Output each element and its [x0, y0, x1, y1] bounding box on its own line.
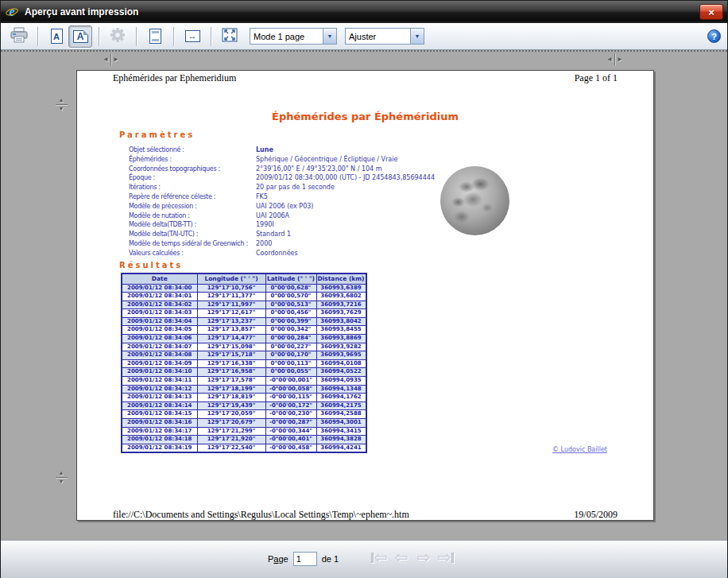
parameter-value: UAI 2006A: [256, 212, 289, 219]
window-title: Aperçu avant impression: [25, 6, 699, 17]
table-cell: 0°00'00,628": [265, 284, 316, 293]
print-button[interactable]: [7, 25, 31, 48]
chevron-down-icon[interactable]: ▼: [323, 29, 336, 44]
help-button[interactable]: ?: [707, 29, 721, 43]
parameter-row: Époque :2009/01/12 08:34:00,000 (UTC) - …: [129, 174, 447, 184]
table-cell: 360993,8455: [316, 326, 366, 335]
table-row: 2009/01/12 08:34:02129°17'11,997"0°00'00…: [122, 301, 366, 309]
table-cell: 2009/01/12 08:34:16: [122, 419, 197, 428]
view-full-page-button[interactable]: [218, 25, 242, 48]
right-margin-handle[interactable]: ◄ ►: [606, 54, 623, 65]
table-cell: 2009/01/12 08:34:04: [122, 317, 197, 326]
table-cell: -0°00'00,172": [265, 401, 316, 410]
title-bar: e Aperçu avant impression ×: [1, 1, 727, 23]
view-full-width-button[interactable]: ↔: [180, 25, 204, 48]
arrow-down-icon: ▼: [53, 107, 69, 111]
table-cell: -0°00'00,058": [265, 385, 316, 394]
page-mode-select[interactable]: Mode 1 page ▼: [250, 28, 337, 45]
table-cell: 129°17'12,617": [197, 309, 265, 318]
table-cell: 129°17'20,679": [197, 419, 265, 428]
table-cell: 129°17'20,059": [197, 410, 265, 419]
help-icon: ?: [711, 32, 717, 41]
chevron-down-icon[interactable]: ▼: [410, 29, 424, 44]
parameter-row: Modèle delta(TDB-TT) :1990I: [129, 221, 447, 231]
table-cell: 129°17'14,477": [197, 335, 265, 343]
moon-image: [440, 166, 509, 235]
table-row: 2009/01/12 08:34:11129°17'17,578"-0°00'0…: [122, 377, 366, 386]
next-page-button[interactable]: ⇨: [412, 547, 435, 568]
table-cell: 2009/01/12 08:34:05: [122, 326, 197, 335]
table-cell: 129°17'11,377": [197, 293, 265, 301]
top-margin-handle[interactable]: ▲ ▼: [53, 98, 69, 111]
parameter-value: 2009/01/12 08:34:00,000 (UTC) - JD 24548…: [256, 174, 435, 181]
parameter-value: Lune: [256, 146, 273, 153]
zoom-select[interactable]: Ajuster ▼: [345, 28, 424, 45]
page-label: Page: [268, 554, 288, 564]
table-row: 2009/01/12 08:34:12129°17'18,199"-0°00'0…: [122, 385, 366, 394]
previous-page-button[interactable]: ⇦: [390, 547, 412, 568]
table-cell: -0°00'00,458": [265, 444, 316, 452]
landscape-button[interactable]: A: [68, 25, 92, 48]
table-cell: 129°17'18,819": [197, 394, 265, 402]
table-row: 2009/01/12 08:34:06129°17'14,477"0°00'00…: [122, 335, 366, 343]
table-row: 2009/01/12 08:34:00129°17'10,756"0°00'00…: [122, 284, 366, 293]
table-cell: 2009/01/12 08:34:03: [122, 309, 197, 318]
parameter-label: Éphémérides :: [129, 156, 172, 163]
page-setup-button[interactable]: [106, 25, 130, 48]
table-cell: 360993,8869: [316, 335, 366, 343]
table-row: 2009/01/12 08:34:01129°17'11,377"0°00'00…: [122, 293, 366, 301]
table-row: 2009/01/12 08:34:03129°17'12,617"0°00'00…: [122, 309, 366, 318]
table-cell: 360994,2588: [316, 410, 366, 419]
document-title: Éphémérides par Éphéméridium: [77, 111, 653, 122]
parameter-value: 20 par pas de 1 seconde: [256, 184, 335, 191]
parameter-row: Éphémérides :Sphérique / Géocentrique / …: [129, 156, 447, 165]
table-cell: 360994,0108: [316, 359, 366, 368]
footer-date: 19/05/2009: [574, 509, 618, 521]
portrait-button[interactable]: A: [45, 25, 68, 48]
first-page-button[interactable]: ⇦: [368, 547, 390, 568]
table-cell: -0°00'00,001": [265, 377, 316, 386]
table-cell: 360994,1348: [316, 385, 366, 394]
page-mode-value: Mode 1 page: [250, 32, 323, 41]
table-cell: 360993,7216: [316, 301, 366, 309]
table-cell: 0°00'00,170": [265, 351, 316, 360]
parameter-label: Coordonnées topographiques :: [129, 165, 220, 173]
bottom-margin-handle[interactable]: ▲ ▼: [53, 471, 69, 484]
table-cell: 2009/01/12 08:34:06: [122, 335, 197, 343]
handle-line: [56, 477, 68, 478]
table-cell: 129°17'22,540": [197, 444, 265, 452]
page-fold-corner: [83, 30, 88, 35]
table-cell: 129°17'11,997": [197, 301, 265, 309]
table-cell: 0°00'00,456": [265, 309, 316, 318]
print-preview-window: e Aperçu avant impression × A: [0, 0, 728, 578]
close-button[interactable]: ×: [699, 4, 723, 20]
last-page-button[interactable]: ⇨: [435, 547, 457, 568]
table-cell: 2009/01/12 08:34:17: [122, 427, 197, 436]
table-row: 2009/01/12 08:34:07129°17'15,098"0°00'00…: [122, 343, 366, 351]
header-right-text: Page 1 of 1: [575, 72, 618, 84]
credit-link: © Ludovic Baillet: [552, 446, 607, 453]
left-margin-handle[interactable]: ◄ ►: [103, 54, 119, 65]
table-cell: 360993,7629: [316, 309, 366, 318]
toolbar-separator: [136, 27, 137, 46]
column-header: Distance (km): [316, 273, 366, 284]
navigation-buttons: ⇦ ⇦ ⇨ ⇨: [368, 547, 457, 568]
page-header: Ephémérides par Ephemeridium Page 1 of 1: [113, 72, 618, 84]
headers-footers-button[interactable]: [143, 25, 167, 48]
table-cell: 0°00'00,227": [265, 343, 316, 351]
column-header: Date: [122, 273, 197, 284]
table-cell: 360994,1762: [316, 394, 366, 402]
preview-area: ◄ ► ◄ ► ▲ ▼ ▲ ▼ Ephémérides par Ephemeri…: [1, 50, 727, 540]
page-number-input[interactable]: [293, 552, 317, 566]
results-table-head-row: DateLongitude (° ' ")Latitude (° ' ")Dis…: [122, 273, 366, 284]
table-cell: 360993,8042: [316, 317, 366, 326]
parameter-value: 2000: [256, 240, 272, 247]
parameter-row: Modèle delta(TAI-UTC) :Standard 1: [129, 231, 447, 240]
table-cell: 0°00'00,284": [265, 335, 316, 343]
full-width-icon: ↔: [185, 30, 200, 42]
parameter-row: Objet sélectionné :Lune: [129, 146, 447, 156]
table-row: 2009/01/12 08:34:18129°17'21,920"-0°00'0…: [122, 436, 366, 444]
first-page-icon: ⇦: [374, 549, 388, 565]
table-cell: 2009/01/12 08:34:18: [122, 436, 197, 444]
table-row: 2009/01/12 08:34:14129°17'19,439"-0°00'0…: [122, 401, 366, 410]
